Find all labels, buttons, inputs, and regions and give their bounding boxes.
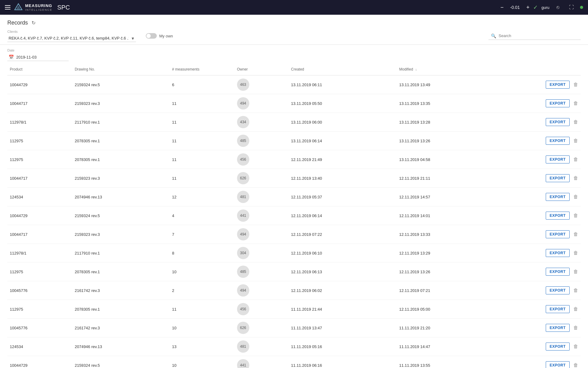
cell-product-11: 10045776 xyxy=(7,281,72,300)
records-table: Product Drawing No. # measurements Owner… xyxy=(7,63,581,368)
cell-product-13: 10045776 xyxy=(7,319,72,337)
delete-button-8[interactable]: 🗑 xyxy=(573,232,578,237)
date-row: Date 📅 2019-11-03 xyxy=(0,45,588,63)
delete-button-12[interactable]: 🗑 xyxy=(573,306,578,312)
hamburger-menu[interactable] xyxy=(5,5,10,10)
sort-arrow-modified: ↓ xyxy=(415,68,417,71)
owner-badge-5: 626 xyxy=(237,172,249,184)
delete-button-0[interactable]: 🗑 xyxy=(573,82,578,87)
owner-badge-12: 456 xyxy=(237,303,249,315)
cell-actions-3: EXPORT 🗑 xyxy=(505,132,581,150)
cell-owner-3: 485 xyxy=(235,132,289,150)
cell-measurements-9: 8 xyxy=(170,244,235,263)
decrease-button[interactable]: − xyxy=(500,4,504,11)
export-button-6[interactable]: EXPORT xyxy=(546,193,570,201)
cell-modified-0: 13.11.2019 13:49 xyxy=(397,75,505,94)
table-row: 10044717 2159323 rev.3 7 494 12.11.2019 … xyxy=(7,225,581,244)
delete-button-10[interactable]: 🗑 xyxy=(573,269,578,274)
export-button-2[interactable]: EXPORT xyxy=(546,118,570,126)
export-button-14[interactable]: EXPORT xyxy=(546,343,570,351)
logo-name-line1: MEASURING xyxy=(25,3,52,8)
delete-button-9[interactable]: 🗑 xyxy=(573,250,578,256)
delete-button-11[interactable]: 🗑 xyxy=(573,288,578,293)
delete-button-1[interactable]: 🗑 xyxy=(573,101,578,106)
col-header-measurements[interactable]: # measurements xyxy=(170,63,235,75)
cell-drawing-14: 2074946 rev.13 xyxy=(72,337,170,356)
export-button-1[interactable]: EXPORT xyxy=(546,99,570,107)
export-button-7[interactable]: EXPORT xyxy=(546,212,570,220)
cell-modified-14: 11.11.2019 14:47 xyxy=(397,337,505,356)
table-row: 124534 2074946 rev.13 12 481 12.11.2019 … xyxy=(7,188,581,206)
col-header-created[interactable]: Created xyxy=(288,63,397,75)
cell-created-1: 13.11.2019 05:50 xyxy=(288,94,397,113)
delete-button-3[interactable]: 🗑 xyxy=(573,138,578,144)
cell-created-9: 12.11.2019 06:10 xyxy=(288,244,397,263)
table-row: 112978/1 2117910 rev.1 11 434 13.11.2019… xyxy=(7,113,581,132)
col-header-owner[interactable]: Owner xyxy=(235,63,289,75)
export-button-13[interactable]: EXPORT xyxy=(546,324,570,332)
export-button-8[interactable]: EXPORT xyxy=(546,230,570,238)
search-box: 🔍 xyxy=(488,32,581,40)
export-button-4[interactable]: EXPORT xyxy=(546,155,570,163)
delete-button-2[interactable]: 🗑 xyxy=(573,119,578,125)
cell-owner-2: 434 xyxy=(235,113,289,132)
cell-modified-1: 13.11.2019 13:35 xyxy=(397,94,505,113)
toolbar: Records ↻ Clients REKA č.4, KVP č.7, KVP… xyxy=(0,15,588,45)
export-button-9[interactable]: EXPORT xyxy=(546,249,570,257)
cell-modified-6: 12.11.2019 14:57 xyxy=(397,188,505,206)
cell-drawing-8: 2159323 rev.3 xyxy=(72,225,170,244)
cell-drawing-0: 2159324 rev.5 xyxy=(72,75,170,94)
cell-measurements-3: 11 xyxy=(170,132,235,150)
refresh-button[interactable]: ↻ xyxy=(32,20,36,26)
cell-owner-1: 494 xyxy=(235,94,289,113)
delete-button-6[interactable]: 🗑 xyxy=(573,194,578,200)
cell-created-2: 13.11.2019 06:00 xyxy=(288,113,397,132)
owner-badge-11: 494 xyxy=(237,284,249,297)
owner-badge-3: 485 xyxy=(237,135,249,147)
export-button-11[interactable]: EXPORT xyxy=(546,286,570,294)
clients-label: Clients xyxy=(7,30,136,33)
cell-modified-10: 12.11.2019 13:26 xyxy=(397,263,505,281)
cell-modified-11: 12.11.2019 07:21 xyxy=(397,281,505,300)
cell-actions-10: EXPORT 🗑 xyxy=(505,263,581,281)
fullscreen-button[interactable]: ⛶ xyxy=(567,2,576,12)
export-button-3[interactable]: EXPORT xyxy=(546,137,570,145)
delete-button-4[interactable]: 🗑 xyxy=(573,157,578,162)
delete-button-14[interactable]: 🗑 xyxy=(573,344,578,349)
logout-button[interactable]: ⎋ xyxy=(553,2,563,12)
delete-button-5[interactable]: 🗑 xyxy=(573,175,578,181)
export-button-0[interactable]: EXPORT xyxy=(546,81,570,89)
col-header-modified[interactable]: Modified ↓ xyxy=(397,63,505,75)
table-row: 10044729 2159324 rev.5 4 441 12.11.2019 … xyxy=(7,206,581,225)
clients-select[interactable]: REKA č.4, KVP č.7, KVP č.2, KVP č.11, KV… xyxy=(7,35,136,42)
cell-product-14: 124534 xyxy=(7,337,72,356)
cell-actions-4: EXPORT 🗑 xyxy=(505,150,581,169)
confirm-button[interactable]: ✓ xyxy=(533,4,538,11)
cell-owner-6: 481 xyxy=(235,188,289,206)
search-input[interactable] xyxy=(499,33,578,38)
delete-button-7[interactable]: 🗑 xyxy=(573,213,578,218)
owner-badge-4: 456 xyxy=(237,153,249,166)
delete-button-13[interactable]: 🗑 xyxy=(573,325,578,331)
delete-button-15[interactable]: 🗑 xyxy=(573,362,578,368)
export-button-5[interactable]: EXPORT xyxy=(546,174,570,182)
user-name[interactable]: guru xyxy=(541,5,549,10)
records-table-container: Product Drawing No. # measurements Owner… xyxy=(0,63,588,368)
cell-measurements-13: 10 xyxy=(170,319,235,337)
owner-badge-14: 481 xyxy=(237,340,249,353)
cell-measurements-5: 11 xyxy=(170,169,235,188)
export-button-10[interactable]: EXPORT xyxy=(546,268,570,276)
col-header-drawing[interactable]: Drawing No. xyxy=(72,63,170,75)
myown-toggle[interactable] xyxy=(146,33,157,39)
cell-actions-0: EXPORT 🗑 xyxy=(505,75,581,94)
date-field[interactable]: 📅 2019-11-03 xyxy=(7,53,69,61)
export-button-12[interactable]: EXPORT xyxy=(546,305,570,313)
table-row: 112975 2078305 rev.1 11 456 11.11.2019 2… xyxy=(7,300,581,319)
col-header-product[interactable]: Product xyxy=(7,63,72,75)
owner-badge-15: 441 xyxy=(237,359,249,368)
export-button-15[interactable]: EXPORT xyxy=(546,361,570,368)
cell-drawing-5: 2159323 rev.3 xyxy=(72,169,170,188)
table-body: 10044729 2159324 rev.5 6 463 13.11.2019 … xyxy=(7,75,581,368)
increase-button[interactable]: + xyxy=(526,4,530,11)
table-row: 112975 2078305 rev.1 10 485 12.11.2019 0… xyxy=(7,263,581,281)
